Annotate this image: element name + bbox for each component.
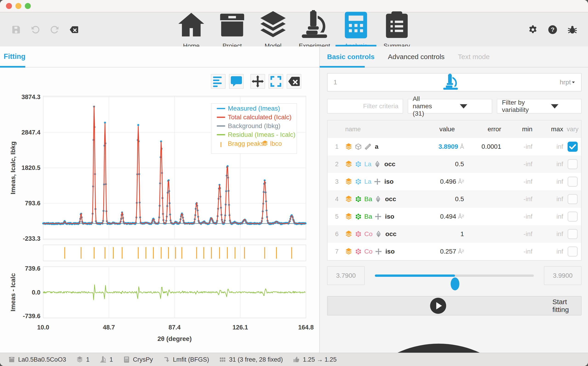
status-bar: La0.5Ba0.5CoO3 1 1 CrysPy Lmfit (BFGS) 3… <box>0 353 588 366</box>
backspace-icon <box>69 25 79 35</box>
start-fitting-button[interactable]: Start fitting <box>327 296 581 315</box>
filter-criteria-input[interactable] <box>328 99 403 113</box>
tab-fitting[interactable]: Fitting <box>4 53 25 61</box>
param-value[interactable]: 0.5 <box>416 160 464 168</box>
table-row[interactable]: 7Coiso0.257Å²-infinf <box>328 243 581 260</box>
table-row[interactable]: 4Baocc0.5-infinf <box>328 190 581 208</box>
row-index: 7 <box>328 248 338 255</box>
svg-text:Bragg peaks: Bragg peaks <box>228 140 264 147</box>
reset-state-button[interactable] <box>69 25 79 35</box>
vary-checkbox[interactable] <box>567 212 578 222</box>
status-project: La0.5Ba0.5CoO3 <box>8 356 66 363</box>
nav-analysis[interactable]: Analysis <box>335 13 376 46</box>
param-label: occ <box>385 195 396 203</box>
svg-text:lbco: lbco <box>270 140 282 147</box>
save-button[interactable] <box>11 25 21 35</box>
tab-advanced-controls[interactable]: Advanced controls <box>388 53 445 61</box>
chevron-down-icon <box>532 99 577 113</box>
minimize-button[interactable] <box>15 3 21 9</box>
filter-criteria-box <box>327 99 403 114</box>
table-row[interactable]: 1a3.8909Å0.0001-infinf <box>328 138 581 155</box>
param-name: Laocc <box>338 160 416 168</box>
vary-checkbox[interactable] <box>567 229 578 239</box>
svg-text:Residual (Imeas - Icalc): Residual (Imeas - Icalc) <box>228 131 295 138</box>
param-label: occ <box>385 230 397 238</box>
slider-max-box[interactable]: 3.9900 <box>544 266 581 285</box>
svg-text:2847.4: 2847.4 <box>21 129 40 136</box>
svg-text:Imeas - Icalc: Imeas - Icalc <box>9 273 16 312</box>
nav-home[interactable]: Home <box>171 13 212 46</box>
zoom-button[interactable] <box>25 3 31 9</box>
table-row[interactable]: 3Laiso0.496Å²-infinf <box>328 173 581 190</box>
svg-text:126.1: 126.1 <box>232 324 248 331</box>
param-min: -inf <box>502 248 533 255</box>
param-min: -inf <box>502 143 533 150</box>
settings-button[interactable] <box>528 25 538 35</box>
vary-checkbox[interactable] <box>567 176 578 187</box>
nav-experiment[interactable]: Experiment <box>294 13 336 46</box>
param-min: -inf <box>502 195 533 203</box>
redo-button[interactable] <box>50 25 60 35</box>
element-label: Ba <box>364 195 372 203</box>
active-tab-underline <box>320 66 365 68</box>
status-calculator-engine: CrysPy <box>123 356 153 363</box>
layers-icon <box>76 356 83 363</box>
layers-icon <box>345 195 352 203</box>
nav-model[interactable]: Model <box>253 13 294 46</box>
svg-text:164.8: 164.8 <box>298 324 314 331</box>
vary-checkbox[interactable] <box>567 194 578 204</box>
slider-thumb[interactable] <box>451 277 459 290</box>
table-row[interactable]: 6Coocc1-infinf <box>328 225 581 243</box>
save-icon <box>11 25 21 35</box>
svg-text:10.0: 10.0 <box>37 324 49 331</box>
param-name: Coocc <box>338 230 416 238</box>
experiment-selector[interactable]: 1 hrpt <box>327 73 581 92</box>
col-name: name <box>338 126 416 133</box>
turn-down-arrow-icon <box>163 356 170 363</box>
tab-text-mode[interactable]: Text mode <box>458 53 490 61</box>
status-parameters: 31 (3 free, 28 fixed) <box>219 356 283 363</box>
param-max: inf <box>533 213 564 220</box>
vary-checkbox[interactable] <box>567 142 578 152</box>
param-value[interactable]: 0.496Å² <box>416 178 464 185</box>
row-index: 2 <box>328 161 338 168</box>
layers-icon <box>345 230 352 238</box>
param-max: inf <box>533 195 564 203</box>
vary-checkbox[interactable] <box>567 246 578 257</box>
move-icon <box>374 213 382 220</box>
close-button[interactable] <box>6 3 12 9</box>
fitting-chart[interactable]: 3874.32847.41820.5793.6-233.3739.60.0-73… <box>0 68 319 353</box>
nav-summary[interactable]: Summary <box>376 13 417 46</box>
param-label: iso <box>385 248 395 255</box>
param-label: iso <box>385 213 394 220</box>
variability-filter-dropdown[interactable]: Filter by variability <box>497 99 581 114</box>
project-box-icon <box>8 356 15 363</box>
experiment-name: hrpt <box>560 79 571 86</box>
tab-basic-controls[interactable]: Basic controls <box>327 53 375 61</box>
names-filter-dropdown[interactable]: All names (31) <box>408 99 492 114</box>
status-goodness-of-fit: 1.25 → 1.25 <box>293 356 337 363</box>
nav-project[interactable]: Project <box>212 13 253 46</box>
table-row[interactable]: 2Laocc0.5-infinf <box>328 155 581 173</box>
param-value[interactable]: 0.494Å² <box>416 213 464 220</box>
param-value[interactable]: 1 <box>416 230 464 238</box>
param-name: Baocc <box>338 195 416 203</box>
param-name: Laiso <box>338 178 416 185</box>
variability-filter-value: Filter by variability <box>502 99 532 114</box>
controls-body: 1 hrpt All names (31) Filter by variabil… <box>327 68 581 353</box>
parameter-slider[interactable] <box>375 274 534 277</box>
svg-text:1820.5: 1820.5 <box>21 164 40 171</box>
occupancy-icon <box>374 195 382 203</box>
param-max: inf <box>533 230 564 238</box>
left-tabstrip: Fitting <box>0 46 319 68</box>
slider-min-box[interactable]: 3.7900 <box>327 266 365 285</box>
report-bug-button[interactable] <box>567 25 577 35</box>
undo-icon <box>30 25 40 35</box>
param-value[interactable]: 3.8909Å <box>416 143 464 150</box>
table-row[interactable]: 5Baiso0.494Å²-infinf <box>328 208 581 225</box>
undo-button[interactable] <box>30 25 40 35</box>
param-value[interactable]: 0.5 <box>416 195 464 203</box>
vary-checkbox[interactable] <box>567 159 578 169</box>
help-button[interactable]: ? <box>548 25 558 35</box>
param-value[interactable]: 0.257Å² <box>416 248 464 255</box>
